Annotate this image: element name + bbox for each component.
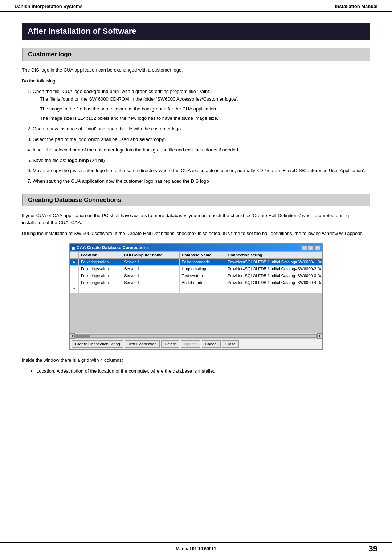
step-1-sub2: The image in the file has the same colou… [40,105,370,113]
bullet-location: Location: A description of the location … [36,368,370,375]
customer-logo-title: Customer logo [22,48,370,61]
window-titlebar: ▣ CAA Create Database Connections ─ □ ✕ [70,244,322,251]
table-header-row: Location CUI Computer name Database Name… [70,252,322,259]
col-database: Database Name [179,252,225,259]
header-right: Installation Manual [335,4,377,9]
window-controls[interactable]: ─ □ ✕ [301,245,320,250]
col-connection: Connection String [225,252,322,259]
col-location: Location [78,252,122,259]
scroll-left-arrow[interactable]: ◀ [70,333,75,339]
cell-computer: Server 1 [122,266,179,272]
row-indicator [70,272,79,279]
database-connections-window: ▣ CAA Create Database Connections ─ □ ✕ … [69,243,323,350]
step-1-sub1: The file is found on the SW 6000 CD-ROM … [40,96,370,103]
create-connection-string-button[interactable]: Create Connection String [72,340,123,348]
maximize-button[interactable]: □ [308,245,314,250]
table-row[interactable]: Folketingssalen Server 1 Andet møde Prov… [70,279,322,286]
customer-logo-intro: The DIS logo in the CUA application can … [22,66,370,74]
caa-icon: ▣ [72,246,75,250]
window-action-buttons: Create Connection String Test Connection… [70,338,322,349]
new-cell-location [78,286,122,293]
column-description-list: Location: A description of the location … [36,368,370,375]
underline-new: new [49,126,58,131]
update-button[interactable]: Update [181,340,200,348]
steps-list: Open the file "CUA logo background.bmp" … [33,88,370,185]
cell-computer: Server 1 [122,279,179,286]
cell-location: Folketingssalen [78,266,122,272]
footer-manual-number: Manual 01 19 60011 [176,546,216,551]
cell-connection: Provider=SQLOLEDB.1;Initial Catalog=SW60… [225,279,322,286]
creating-db-title: Creating Database Connections [22,194,370,206]
cell-connection: Provider=SQLOLEDB.1;Initial Catalog=SW60… [225,272,322,279]
new-cell-computer [122,286,179,293]
col-computer: CUI Computer name [122,252,179,259]
test-connection-button[interactable]: Test Connection [125,340,160,348]
step-6: Move or copy the just created logo file … [33,167,370,175]
table-row[interactable]: ► Folketingssalen Server 1 Folketingsmød… [70,259,322,266]
cell-database: Test system [179,272,225,279]
cell-database: Folketingsmøde [179,259,225,266]
cell-location: Folketingssalen [78,272,122,279]
window-title-text: CAA Create Database Connections [77,245,149,250]
cancel-button[interactable]: Cancel [202,340,221,348]
row-indicator: ► [70,259,79,266]
empty-rows-spacer [70,293,322,333]
header-left: Danish Interpretation Systems [15,4,83,9]
logo-filename: logo.bmp [68,158,89,163]
new-row-indicator: * [70,286,79,293]
cell-database: Andet møde [179,279,225,286]
horizontal-scrollbar[interactable]: ◀ ▶ [70,333,322,338]
empty-space [70,293,322,333]
col-indicator [70,252,79,259]
footer: Manual 01 19 60011 39 [0,542,392,555]
row-indicator [70,279,79,286]
cell-connection: Provider=SQLOLEDB.1;Initial Catalog=SW60… [225,259,322,266]
close-button-action[interactable]: Close [222,340,239,348]
table-row[interactable]: Folketingssalen Server 1 Test system Pro… [70,272,322,279]
scrollbar-track[interactable] [75,334,317,338]
step-4: Insert the selected part of the customer… [33,146,370,154]
minimize-button[interactable]: ─ [301,245,307,250]
main-title: After installation of Software [22,23,370,40]
new-cell-connection [225,286,322,293]
footer-page-number: 39 [369,544,377,554]
row-indicator [70,266,79,272]
step-2: Open a new instance of 'Paint' and open … [33,125,370,133]
db-para1: If your CUA or CAA application on the PC… [22,212,370,226]
step-1: Open the file "CUA logo background.bmp" … [33,88,370,122]
cell-database: Ungdomstinget [179,266,225,272]
step-5: Save the file as: logo.bmp (24 bit) [33,157,370,165]
table-row[interactable]: Folketingssalen Server 1 Ungdomstinget P… [70,266,322,272]
scrollbar-thumb[interactable] [76,335,90,338]
cell-location: Folketingssalen [78,259,122,266]
cell-location: Folketingssalen [78,279,122,286]
table-container: Location CUI Computer name Database Name… [70,251,322,333]
step-7: When starting the CUA application now th… [33,178,370,185]
cell-connection: Provider=SQLOLEDB.1;Initial Catalog=SW60… [225,266,322,272]
main-content: After installation of Software Customer … [0,12,392,398]
close-button[interactable]: ✕ [314,245,320,250]
new-row: * [70,286,322,293]
delete-button[interactable]: Delete [161,340,179,348]
header: Danish Interpretation Systems Installati… [0,0,392,12]
cell-computer: Server 1 [122,259,179,266]
do-following: Do the following: [22,77,370,85]
window-title-area: ▣ CAA Create Database Connections [72,245,149,250]
step-3: Select the part of the logo which shall … [33,136,370,143]
new-cell-database [179,286,225,293]
step-1-sub3: The image size is 214x162 pixels and the… [40,115,370,122]
after-window-text: Inside the window there is a grid with 4… [22,357,370,364]
db-para2: During the installation of SW 6000 softw… [22,230,370,237]
scroll-right-arrow[interactable]: ▶ [317,333,322,339]
database-table: Location CUI Computer name Database Name… [70,251,322,333]
cell-computer: Server 1 [122,272,179,279]
